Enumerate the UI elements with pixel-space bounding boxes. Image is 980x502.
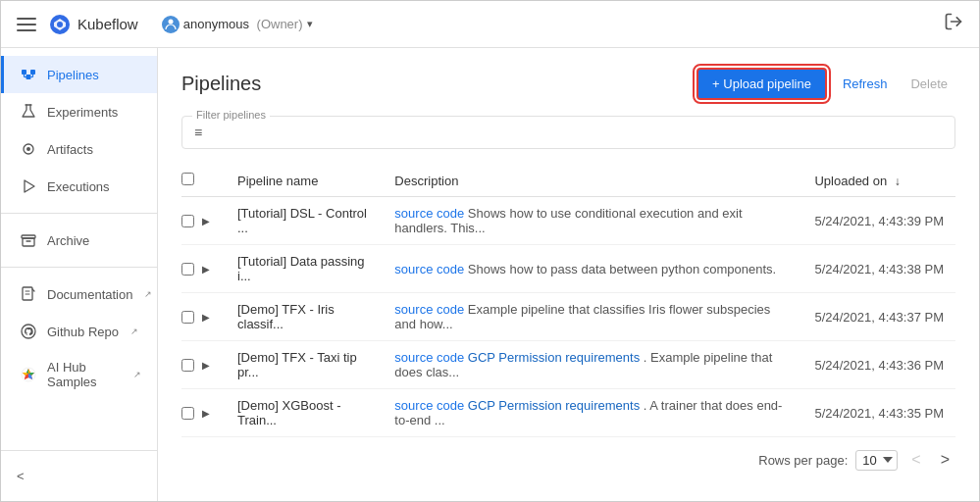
pipeline-name: [Demo] TFX - Iris classif... — [237, 302, 335, 331]
svg-point-20 — [22, 325, 35, 338]
sidebar-item-artifacts[interactable]: Artifacts — [1, 130, 157, 168]
logout-button[interactable] — [944, 12, 963, 36]
upload-pipeline-button[interactable]: + Upload pipeline — [696, 68, 827, 100]
aihub-icon — [20, 366, 37, 383]
table-row: ▶ [Demo] TFX - Taxi tip pr... source cod… — [181, 341, 955, 389]
rows-per-page-select[interactable]: 10 20 50 — [855, 450, 898, 471]
col-pipeline-name: Pipeline name — [226, 165, 383, 197]
description-text: Shows how to pass data between python co… — [468, 262, 776, 276]
upload-date: 5/24/2021, 4:43:35 PM — [814, 406, 944, 421]
sidebar-artifacts-label: Artifacts — [47, 142, 93, 157]
table-row: ▶ [Tutorial] DSL - Control ... source co… — [181, 197, 955, 245]
pipelines-table: Pipeline name Description Uploaded on ↓ — [181, 165, 955, 437]
sidebar-documentation-label: Documentation — [47, 287, 132, 302]
pipeline-name: [Demo] TFX - Taxi tip pr... — [237, 350, 357, 379]
description-cell: source code Shows how to use conditional… — [383, 197, 802, 245]
user-dropdown-icon: ▾ — [307, 18, 313, 30]
user-name: anonymous — [183, 17, 249, 31]
expand-button[interactable]: ▶ — [198, 309, 214, 325]
col-uploaded-on[interactable]: Uploaded on ↓ — [802, 165, 955, 197]
row-select-cell: ▶ — [181, 245, 226, 293]
main-content: Pipelines + Upload pipeline Refresh Dele… — [158, 48, 979, 501]
row-checkbox[interactable] — [181, 359, 194, 372]
row-select-cell: ▶ — [181, 389, 226, 437]
pipeline-name-cell: [Demo] XGBoost - Train... — [226, 389, 383, 437]
sidebar-item-aihub[interactable]: AI Hub Samples ↗ — [1, 350, 157, 399]
kubeflow-logo-icon — [48, 13, 72, 36]
upload-date-cell: 5/24/2021, 4:43:36 PM — [802, 341, 955, 389]
row-select-cell: ▶ — [181, 197, 226, 245]
sidebar-pipelines-label: Pipelines — [47, 68, 99, 82]
sidebar-item-documentation[interactable]: Documentation ↗ — [1, 276, 157, 313]
row-checkbox[interactable] — [181, 407, 194, 420]
row-checkbox[interactable] — [181, 311, 194, 324]
table-header-row: Pipeline name Description Uploaded on ↓ — [181, 165, 955, 197]
upload-date: 5/24/2021, 4:43:37 PM — [814, 310, 944, 325]
expand-button[interactable]: ▶ — [198, 213, 214, 228]
svg-marker-14 — [25, 180, 34, 192]
sidebar-executions-label: Executions — [47, 179, 110, 194]
sidebar-item-github[interactable]: Github Repo ↗ — [1, 313, 157, 350]
row-select-cell: ▶ — [181, 293, 226, 341]
source-code-link[interactable]: source code — [394, 350, 464, 365]
app-container: Kubeflow anonymous (Owner) ▾ — [0, 0, 980, 502]
main-layout: Pipelines Experiments — [1, 48, 979, 501]
upload-date: 5/24/2021, 4:43:36 PM — [814, 358, 944, 373]
gcp-link[interactable]: GCP Permission requirements — [468, 350, 640, 365]
next-page-button[interactable]: > — [935, 449, 955, 471]
user-avatar — [162, 16, 180, 33]
sidebar-aihub-label: AI Hub Samples — [47, 360, 122, 389]
prev-page-button[interactable]: < — [905, 449, 926, 471]
row-checkbox[interactable] — [181, 215, 194, 227]
row-checkbox[interactable] — [181, 263, 194, 276]
source-code-link[interactable]: source code — [394, 398, 464, 413]
svg-point-13 — [26, 147, 30, 151]
sidebar-item-experiments[interactable]: Experiments — [1, 93, 157, 130]
user-menu[interactable]: anonymous (Owner) ▾ — [162, 16, 313, 33]
pipeline-name: [Tutorial] Data passing i... — [237, 254, 365, 283]
artifacts-icon — [20, 140, 37, 158]
topbar: Kubeflow anonymous (Owner) ▾ — [1, 1, 979, 48]
sidebar-item-executions[interactable]: Executions — [1, 168, 157, 205]
table-row: ▶ [Demo] XGBoost - Train... source code … — [181, 389, 955, 437]
menu-icon[interactable] — [17, 15, 36, 34]
source-code-link[interactable]: source code — [394, 302, 464, 317]
sidebar-bottom: < — [1, 450, 157, 501]
svg-rect-5 — [30, 70, 35, 75]
source-code-link[interactable]: source code — [394, 262, 464, 276]
documentation-icon — [20, 285, 37, 303]
upload-date: 5/24/2021, 4:43:39 PM — [814, 214, 944, 228]
delete-button[interactable]: Delete — [903, 70, 955, 98]
sort-arrow-icon: ↓ — [895, 175, 901, 188]
page-title: Pipelines — [181, 73, 696, 95]
sidebar-collapse-button[interactable]: < — [1, 459, 157, 493]
sidebar-item-pipelines[interactable]: Pipelines — [1, 56, 157, 93]
expand-button[interactable]: ▶ — [198, 357, 214, 373]
col-description: Description — [383, 165, 802, 197]
pipeline-name-cell: [Demo] TFX - Iris classif... — [226, 293, 383, 341]
sidebar-experiments-label: Experiments — [47, 105, 118, 120]
content-header: Pipelines + Upload pipeline Refresh Dele… — [181, 68, 955, 100]
gcp-link[interactable]: GCP Permission requirements — [468, 398, 640, 413]
pipeline-name: [Demo] XGBoost - Train... — [237, 398, 340, 427]
pagination: Rows per page: 10 20 50 < > — [181, 449, 955, 471]
source-code-link[interactable]: source code — [394, 206, 464, 221]
github-icon — [20, 323, 37, 340]
collapse-icon: < — [17, 469, 25, 483]
refresh-button[interactable]: Refresh — [835, 70, 896, 98]
sidebar-item-archive[interactable]: Archive — [1, 222, 157, 259]
expand-button[interactable]: ▶ — [198, 261, 214, 276]
topbar-logo: Kubeflow — [48, 13, 138, 36]
filter-label: Filter pipelines — [192, 109, 270, 121]
experiments-icon — [20, 103, 37, 121]
expand-button[interactable]: ▶ — [198, 405, 214, 421]
executions-icon — [20, 177, 37, 195]
filter-icon: ≡ — [194, 125, 202, 140]
sidebar-github-label: Github Repo — [47, 325, 119, 339]
select-all-checkbox[interactable] — [181, 173, 194, 185]
header-actions: + Upload pipeline Refresh Delete — [696, 68, 955, 100]
sidebar-divider — [1, 213, 157, 214]
archive-icon — [20, 231, 37, 249]
upload-date-cell: 5/24/2021, 4:43:37 PM — [802, 293, 955, 341]
col-select — [181, 165, 226, 197]
